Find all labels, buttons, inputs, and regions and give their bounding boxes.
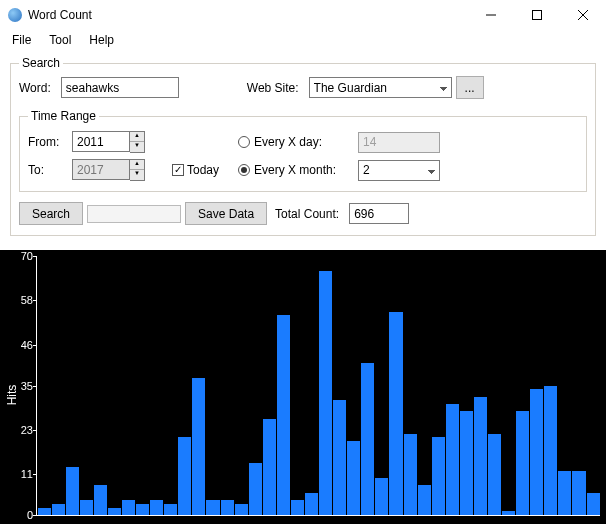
today-checkbox[interactable]: ✓ xyxy=(172,164,184,176)
chart-bar xyxy=(432,437,445,515)
chart-bar xyxy=(150,500,163,515)
chart-bar xyxy=(249,463,262,515)
today-label: Today xyxy=(187,163,219,177)
chart-bar xyxy=(235,504,248,515)
chart-bar xyxy=(474,397,487,515)
chart-bar xyxy=(389,312,402,516)
y-tick-label: 0 xyxy=(7,509,33,521)
menu-file[interactable]: File xyxy=(4,31,39,49)
from-spin-up[interactable]: ▲ xyxy=(130,132,144,142)
chart-bar xyxy=(375,478,388,515)
app-icon xyxy=(8,8,22,22)
save-data-button[interactable]: Save Data xyxy=(185,202,267,225)
chart-bar xyxy=(94,485,107,515)
maximize-button[interactable] xyxy=(514,0,560,30)
chart-bar xyxy=(108,508,121,515)
chart-bar xyxy=(38,508,51,515)
chart-bar xyxy=(221,500,234,515)
site-browse-button[interactable]: ... xyxy=(456,76,484,99)
word-label: Word: xyxy=(19,81,51,95)
y-tick-label: 11 xyxy=(7,468,33,480)
chart-bar xyxy=(52,504,65,515)
chart-bar xyxy=(558,471,571,515)
word-input[interactable] xyxy=(61,77,179,98)
chart-bar xyxy=(418,485,431,515)
total-count-output xyxy=(349,203,409,224)
chart-bar xyxy=(66,467,79,515)
chart-bar xyxy=(361,363,374,515)
every-month-select[interactable]: 2 xyxy=(358,160,440,181)
total-label: Total Count: xyxy=(275,207,339,221)
from-label: From: xyxy=(28,135,72,149)
menu-tool[interactable]: Tool xyxy=(41,31,79,49)
chart-bar xyxy=(164,504,177,515)
search-legend: Search xyxy=(19,56,63,70)
chart-bar xyxy=(291,500,304,515)
close-button[interactable] xyxy=(560,0,606,30)
y-tick-label: 58 xyxy=(7,294,33,306)
search-group: Search Word: Web Site: The Guardian ... … xyxy=(10,56,596,236)
menu-bar: File Tool Help xyxy=(0,30,606,50)
chart-bar xyxy=(502,511,515,515)
chart-bar xyxy=(192,378,205,515)
to-spin-up[interactable]: ▲ xyxy=(130,160,144,170)
chart-bar xyxy=(404,434,417,515)
every-day-label: Every X day: xyxy=(254,135,322,149)
chart-bar xyxy=(80,500,93,515)
chart-bar xyxy=(263,419,276,515)
from-input[interactable] xyxy=(72,131,130,152)
from-spin-down[interactable]: ▼ xyxy=(130,142,144,152)
chart: Hits 011233546587005/24/201101/24/201209… xyxy=(0,250,606,524)
every-month-radio[interactable] xyxy=(238,164,250,176)
site-select[interactable]: The Guardian xyxy=(309,77,452,98)
chart-bar xyxy=(206,500,219,515)
chart-bar xyxy=(319,271,332,515)
title-bar: Word Count xyxy=(0,0,606,30)
y-tick-label: 70 xyxy=(7,250,33,262)
site-label: Web Site: xyxy=(247,81,299,95)
to-input xyxy=(72,159,130,180)
progress-bar xyxy=(87,205,181,223)
chart-bar xyxy=(305,493,318,515)
chart-bar xyxy=(544,386,557,516)
y-tick-label: 23 xyxy=(7,424,33,436)
chart-bar xyxy=(516,411,529,515)
chart-bar xyxy=(446,404,459,515)
chart-bar xyxy=(587,493,600,515)
menu-help[interactable]: Help xyxy=(81,31,122,49)
every-day-select: 14 xyxy=(358,132,440,153)
chart-bar xyxy=(530,389,543,515)
chart-bar xyxy=(122,500,135,515)
chart-bar xyxy=(572,471,585,515)
every-month-label: Every X month: xyxy=(254,163,336,177)
time-legend: Time Range xyxy=(28,109,99,123)
svg-rect-1 xyxy=(533,11,542,20)
search-button[interactable]: Search xyxy=(19,202,83,225)
chart-bar xyxy=(178,437,191,515)
every-day-radio[interactable] xyxy=(238,136,250,148)
chart-bar xyxy=(488,434,501,515)
chart-bar xyxy=(347,441,360,515)
chart-bar xyxy=(136,504,149,515)
chart-bar xyxy=(333,400,346,515)
to-label: To: xyxy=(28,163,72,177)
chart-bar xyxy=(277,315,290,515)
time-group: Time Range From: ▲▼ Every X day: 14 To: … xyxy=(19,109,587,192)
chart-bar xyxy=(460,411,473,515)
minimize-button[interactable] xyxy=(468,0,514,30)
window-title: Word Count xyxy=(28,8,468,22)
to-spin-down[interactable]: ▼ xyxy=(130,170,144,180)
y-tick-label: 46 xyxy=(7,339,33,351)
y-tick-label: 35 xyxy=(7,380,33,392)
